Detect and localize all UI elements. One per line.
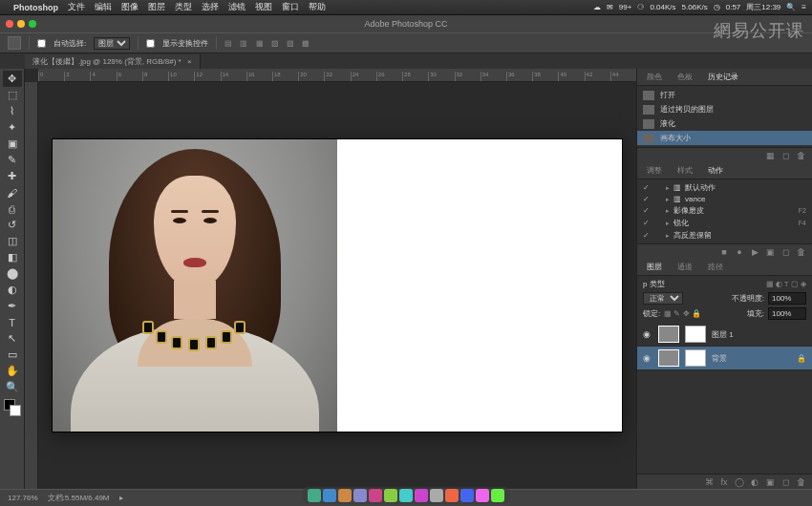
dock-app-icon[interactable]	[445, 489, 459, 502]
action-disclosure-icon[interactable]: ▸	[666, 184, 670, 192]
window-minimize-icon[interactable]	[17, 20, 25, 28]
menu-type[interactable]: 类型	[175, 1, 192, 13]
action-check-icon[interactable]: ✓	[643, 219, 651, 227]
layer-group-icon[interactable]: ▣	[764, 476, 776, 488]
dock-app-icon[interactable]	[491, 489, 504, 502]
status-doc-info[interactable]: 文档:5.55M/6.49M	[48, 493, 110, 503]
history-new-icon[interactable]: ◻	[780, 150, 791, 161]
action-check-icon[interactable]: ✓	[643, 206, 651, 215]
zoom-tool[interactable]: 🔍	[3, 379, 22, 395]
layer-adjust-icon[interactable]: ◐	[749, 476, 760, 488]
action-item[interactable]: ✓▸锐化F4	[637, 217, 812, 229]
dock-app-icon[interactable]	[323, 489, 336, 502]
action-stop-icon[interactable]: ■	[718, 246, 730, 258]
menu-layer[interactable]: 图层	[148, 1, 165, 13]
window-close-icon[interactable]	[6, 20, 13, 28]
move-tool[interactable]: ✥	[3, 71, 22, 87]
healing-tool[interactable]: ✚	[3, 168, 22, 184]
tab-swatches[interactable]: 色板	[673, 70, 696, 84]
dock-app-icon[interactable]	[430, 489, 443, 502]
dodge-tool[interactable]: ◐	[3, 282, 22, 298]
document-tab[interactable]: 液化【後繼】.jpg @ 128% (背景, RGB/8#) * ×	[25, 54, 201, 69]
action-record-icon[interactable]: ●	[734, 246, 745, 258]
menu-file[interactable]: 文件	[68, 1, 85, 13]
auto-select-checkbox[interactable]	[37, 39, 46, 48]
layer-fx-icon[interactable]: fx	[718, 476, 730, 488]
eyedropper-tool[interactable]: ✎	[3, 152, 22, 168]
dock-app-icon[interactable]	[353, 489, 367, 502]
menu-view[interactable]: 视图	[255, 1, 272, 13]
history-delete-icon[interactable]: 🗑	[795, 150, 806, 161]
status-wifi-icon[interactable]: ⚆	[637, 3, 644, 11]
background-color[interactable]	[10, 405, 21, 416]
layer-filter-icons[interactable]: ▦ ◐ T ▢ ◈	[766, 280, 807, 288]
dock-app-icon[interactable]	[415, 489, 428, 502]
blur-tool[interactable]: ⬤	[3, 265, 22, 282]
action-newset-icon[interactable]: ▣	[764, 246, 776, 258]
action-disclosure-icon[interactable]: ▸	[666, 220, 670, 227]
lock-icons[interactable]: ▦ ✎ ✥ 🔒	[664, 309, 701, 318]
status-cloud-icon[interactable]: ☁	[593, 3, 601, 11]
action-disclosure-icon[interactable]: ▸	[666, 232, 670, 240]
history-item[interactable]: 液化	[637, 116, 812, 131]
dock-app-icon[interactable]	[308, 489, 321, 502]
path-tool[interactable]: ↖	[3, 330, 22, 347]
tab-channels[interactable]: 通道	[673, 260, 696, 274]
history-brush-tool[interactable]: ↺	[3, 217, 22, 233]
wand-tool[interactable]: ✦	[3, 119, 22, 136]
lasso-tool[interactable]: ⌇	[3, 103, 22, 119]
auto-select-dropdown[interactable]: 图层	[94, 37, 130, 50]
status-menu-icon[interactable]: ≡	[801, 3, 806, 11]
layer-thumbnail[interactable]	[658, 326, 679, 343]
layer-item[interactable]: ◉背景🔒	[637, 347, 812, 370]
action-play-icon[interactable]: ▶	[749, 246, 760, 258]
dock-app-icon[interactable]	[460, 489, 474, 502]
layer-mask-thumbnail[interactable]	[685, 326, 706, 343]
action-check-icon[interactable]: ✓	[643, 183, 651, 192]
layer-thumbnail[interactable]	[658, 349, 679, 367]
menu-image[interactable]: 图像	[121, 1, 139, 13]
opacity-input[interactable]	[768, 292, 806, 305]
tab-adjustments[interactable]: 调整	[643, 163, 666, 178]
layer-link-icon[interactable]: ⌘	[703, 476, 715, 488]
action-item[interactable]: ✓▸影像磨皮F2	[637, 204, 812, 217]
menu-select[interactable]: 选择	[202, 1, 219, 13]
layer-name[interactable]: 图层 1	[712, 329, 734, 340]
eraser-tool[interactable]: ◫	[3, 233, 22, 249]
tab-actions[interactable]: 动作	[704, 163, 727, 178]
shape-tool[interactable]: ▭	[3, 347, 22, 363]
show-transform-checkbox[interactable]	[146, 39, 155, 48]
dock-app-icon[interactable]	[369, 489, 382, 502]
menu-edit[interactable]: 编辑	[95, 1, 112, 13]
status-wechat-icon[interactable]: ✉	[607, 3, 613, 11]
menu-filter[interactable]: 滤镜	[228, 1, 246, 13]
dock-app-icon[interactable]	[399, 489, 413, 502]
status-zoom[interactable]: 127.76%	[8, 494, 38, 502]
history-item[interactable]: 通过拷贝的图层	[637, 102, 812, 116]
type-tool[interactable]: T	[3, 314, 22, 330]
window-zoom-icon[interactable]	[29, 20, 36, 28]
tab-styles[interactable]: 样式	[673, 163, 696, 178]
layer-delete-icon[interactable]: 🗑	[795, 476, 806, 488]
action-item[interactable]: ✓▸▥默认动作	[637, 181, 812, 194]
action-new-icon[interactable]: ◻	[780, 246, 791, 258]
layer-item[interactable]: ◉图层 1	[637, 323, 812, 347]
layer-visibility-icon[interactable]: ◉	[643, 353, 652, 363]
action-check-icon[interactable]: ✓	[643, 195, 651, 203]
marquee-tool[interactable]: ⬚	[3, 87, 22, 103]
document-canvas[interactable]	[53, 139, 622, 432]
action-disclosure-icon[interactable]: ▸	[666, 196, 670, 203]
layer-visibility-icon[interactable]: ◉	[643, 329, 652, 339]
stamp-tool[interactable]: ⎙	[3, 200, 22, 217]
crop-tool[interactable]: ▣	[3, 136, 22, 152]
fill-input[interactable]	[768, 307, 806, 320]
layer-name[interactable]: 背景	[712, 353, 727, 364]
layer-mask-thumbnail[interactable]	[685, 349, 706, 367]
history-snapshot-icon[interactable]: ▦	[764, 150, 776, 161]
tab-history[interactable]: 历史记录	[704, 70, 742, 84]
color-swatch[interactable]	[4, 399, 21, 416]
dock-app-icon[interactable]	[476, 489, 489, 502]
action-check-icon[interactable]: ✓	[643, 231, 651, 240]
tab-layers[interactable]: 图层	[643, 260, 666, 274]
status-arrow-icon[interactable]: ▸	[119, 494, 123, 502]
